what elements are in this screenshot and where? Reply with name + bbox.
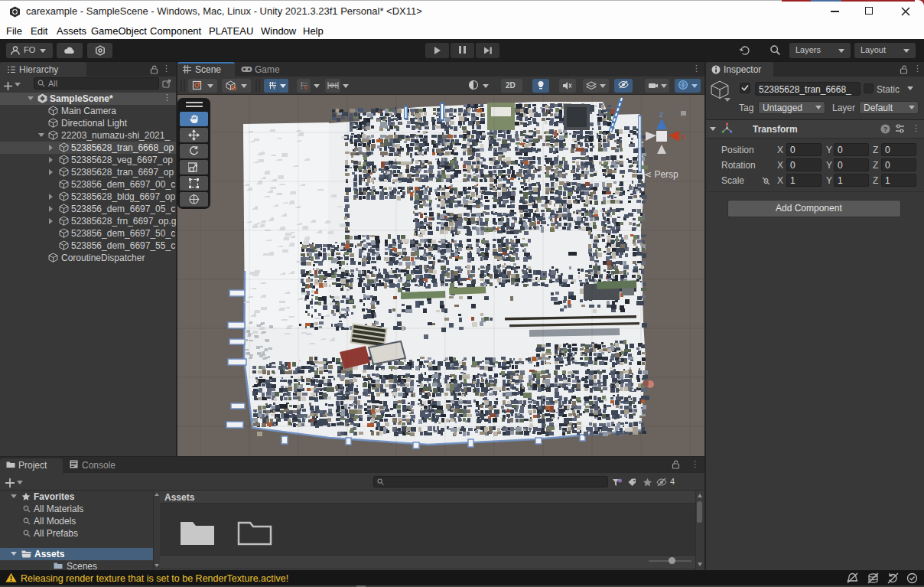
svg-text:↻: ↻ [304, 85, 308, 90]
svg-text:x: x [682, 132, 685, 141]
svg-text:z: z [659, 110, 663, 119]
svg-text:?: ? [883, 126, 888, 133]
svg-text:Y: Y [272, 85, 276, 90]
